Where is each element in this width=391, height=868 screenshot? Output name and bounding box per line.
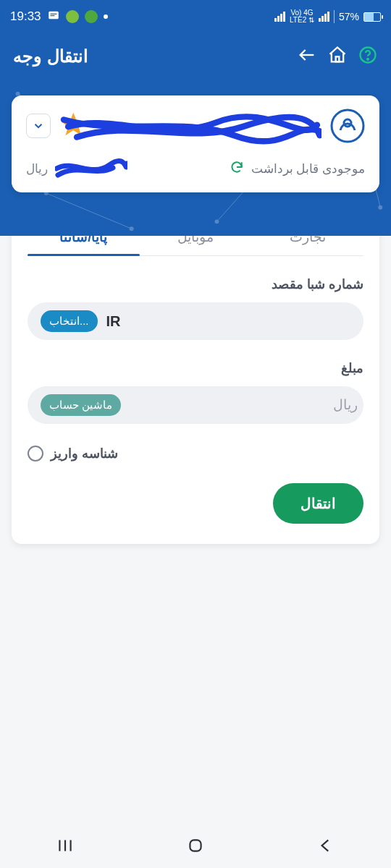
amount-input-field[interactable]: ماشین حساب [28, 386, 363, 424]
amount-field-label: مبلغ [28, 360, 363, 376]
tab-paya-satna[interactable]: پایا/ساتنا [28, 223, 140, 255]
refresh-balance-icon[interactable] [230, 160, 244, 177]
more-notifications-dot [104, 14, 108, 19]
svg-point-23 [378, 205, 382, 210]
withdrawable-balance-label: موجودی قابل برداشت [251, 161, 365, 176]
svg-point-21 [215, 219, 219, 224]
calculator-button[interactable]: ماشین حساب [41, 394, 121, 416]
signal-icon-1 [274, 12, 285, 22]
app-icon-1 [66, 10, 79, 23]
sheba-input[interactable] [130, 313, 358, 329]
transfer-form-card: تجارت موبایل پایا/ساتنا شماره شبا مقصد ا… [12, 207, 379, 544]
account-card: موجودی قابل برداشت ریال [12, 95, 379, 192]
android-recents-button[interactable] [56, 836, 75, 858]
account-number-redacted [59, 109, 321, 142]
sheba-select-button[interactable]: انتخاب... [41, 310, 98, 332]
battery-icon [363, 12, 381, 22]
deposit-id-label: شناسه واریز [51, 446, 118, 461]
android-status-bar: 19:33 Vo) 4G LTE2 ⇅ 57% [0, 0, 391, 33]
app-header: انتقال وجه [0, 33, 391, 80]
sheba-ir-prefix: IR [106, 313, 121, 330]
sheba-field-label: شماره شبا مقصد [28, 276, 363, 292]
transfer-submit-button[interactable]: انتقال [273, 483, 363, 524]
back-arrow-icon[interactable] [297, 45, 317, 68]
app-icon-2 [85, 10, 98, 23]
battery-percent: 57% [339, 11, 359, 22]
svg-rect-4 [336, 56, 340, 61]
deposit-id-toggle-row[interactable]: شناسه واریز [28, 446, 363, 461]
status-clock: 19:33 [10, 9, 41, 24]
home-icon[interactable] [327, 45, 348, 68]
account-selector-dropdown[interactable] [26, 114, 51, 138]
help-icon[interactable] [358, 45, 378, 68]
android-home-button[interactable] [186, 836, 205, 858]
signal-icon-2 [319, 12, 329, 22]
currency-label: ریال [26, 161, 48, 176]
page-title: انتقال وجه [13, 46, 88, 67]
notification-icon [47, 9, 60, 25]
android-back-button[interactable] [316, 836, 335, 858]
svg-rect-1 [50, 13, 56, 14]
svg-rect-30 [190, 840, 201, 851]
account-summary-zone: موجودی قابل برداشت ریال [0, 80, 391, 236]
balance-amount-redacted [55, 158, 127, 179]
bank-logo-icon [330, 109, 365, 143]
svg-rect-2 [50, 15, 54, 16]
sheba-input-field[interactable]: انتخاب... IR [28, 302, 363, 340]
network-type-label: Vo) 4G LTE2 ⇅ [290, 9, 314, 24]
deposit-id-radio[interactable] [28, 446, 43, 461]
svg-point-6 [367, 59, 369, 60]
android-nav-bar [0, 826, 391, 868]
amount-input[interactable] [130, 397, 358, 413]
